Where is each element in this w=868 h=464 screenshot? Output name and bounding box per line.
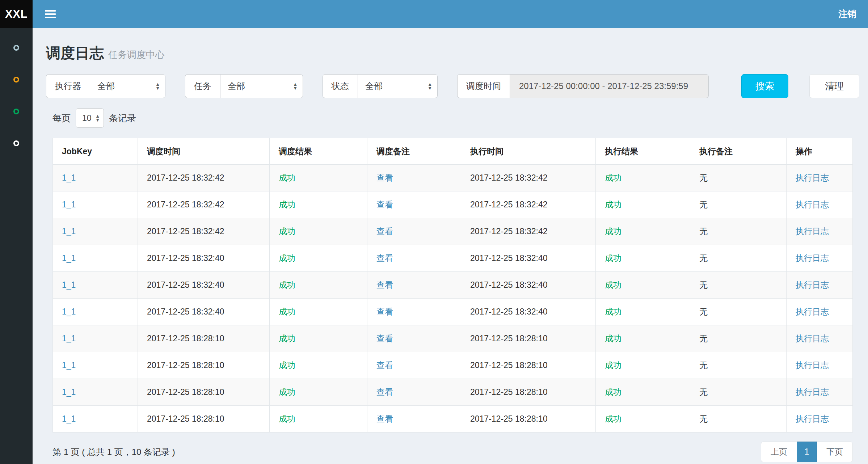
trigger-remark-link[interactable]: 查看 (376, 173, 393, 182)
trigger-remark-link[interactable]: 查看 (376, 387, 393, 397)
exec-time-cell: 2017-12-25 18:32:42 (461, 165, 596, 191)
sidebar-item-3[interactable] (0, 96, 33, 127)
exec-result-cell: 成功 (596, 379, 690, 406)
exec-log-link[interactable]: 执行日志 (796, 200, 829, 209)
exec-log-link[interactable]: 执行日志 (796, 253, 829, 263)
trigger-result-cell: 成功 (270, 352, 367, 379)
trigger-time-cell: 2017-12-25 18:28:10 (138, 325, 270, 352)
sidebar-menu (0, 28, 33, 464)
exec-log-link[interactable]: 执行日志 (796, 360, 829, 370)
pagination-prev-button[interactable]: 上页 (761, 442, 797, 462)
trigger-result-text: 成功 (279, 414, 295, 423)
exec-remark-cell: 无 (690, 299, 787, 325)
trigger-result-text: 成功 (279, 360, 295, 370)
trigger-remark-link[interactable]: 查看 (376, 307, 393, 316)
trigger-result-text: 成功 (279, 253, 295, 263)
trigger-remark-link[interactable]: 查看 (376, 334, 393, 343)
trigger-time-cell: 2017-12-25 18:32:40 (138, 272, 270, 299)
exec-log-link[interactable]: 执行日志 (796, 387, 829, 397)
table-row: 1_1 2017-12-25 18:28:10 成功 查看 2017-12-25… (53, 325, 853, 352)
exec-log-link[interactable]: 执行日志 (796, 307, 829, 316)
status-select[interactable]: 全部 (358, 74, 438, 98)
jobkey-cell: 1_1 (53, 191, 138, 218)
trigger-remark-link[interactable]: 查看 (376, 360, 393, 370)
page-title: 调度日志 (46, 43, 104, 63)
jobkey-link[interactable]: 1_1 (62, 253, 76, 263)
executor-select[interactable]: 全部 (90, 74, 165, 98)
exec-log-link[interactable]: 执行日志 (796, 227, 829, 236)
exec-time-cell: 2017-12-25 18:28:10 (461, 325, 596, 352)
exec-time-cell: 2017-12-25 18:32:40 (461, 299, 596, 325)
trigger-remark-cell: 查看 (367, 191, 461, 218)
trigger-result-cell: 成功 (270, 245, 367, 272)
log-table: JobKey 调度时间 调度结果 调度备注 执行时间 执行结果 执行备注 操作 … (52, 138, 853, 433)
table-header-row: JobKey 调度时间 调度结果 调度备注 执行时间 执行结果 执行备注 操作 (53, 138, 853, 165)
exec-log-link[interactable]: 执行日志 (796, 173, 829, 182)
exec-log-link[interactable]: 执行日志 (796, 414, 829, 423)
trigger-result-cell: 成功 (270, 325, 367, 352)
jobkey-link[interactable]: 1_1 (62, 200, 76, 209)
app-logo[interactable]: XXL (0, 0, 33, 28)
trigger-time-range-input[interactable]: 2017-12-25 00:00:00 - 2017-12-25 23:59:5… (510, 74, 709, 98)
navbar-main: 注销 (33, 0, 868, 28)
jobkey-cell: 1_1 (53, 406, 138, 433)
jobkey-link[interactable]: 1_1 (62, 387, 76, 397)
exec-result-cell: 成功 (596, 218, 690, 245)
exec-log-link[interactable]: 执行日志 (796, 280, 829, 290)
trigger-remark-link[interactable]: 查看 (376, 227, 393, 236)
jobkey-link[interactable]: 1_1 (62, 280, 76, 290)
search-button[interactable]: 搜索 (741, 74, 788, 98)
sidebar-item-2[interactable] (0, 64, 33, 96)
jobkey-link[interactable]: 1_1 (62, 227, 76, 236)
trigger-remark-link[interactable]: 查看 (376, 200, 393, 209)
sidebar-item-1[interactable] (0, 32, 33, 64)
sidebar-item-4[interactable] (0, 127, 33, 159)
top-navbar: XXL 注销 (0, 0, 868, 28)
trigger-result-text: 成功 (279, 173, 295, 182)
trigger-remark-link[interactable]: 查看 (376, 280, 393, 290)
exec-time-cell: 2017-12-25 18:32:40 (461, 245, 596, 272)
jobkey-link[interactable]: 1_1 (62, 414, 76, 423)
trigger-remark-link[interactable]: 查看 (376, 253, 393, 263)
exec-result-text: 成功 (605, 307, 621, 316)
jobkey-link[interactable]: 1_1 (62, 173, 76, 182)
page-size-suffix: 条记录 (109, 112, 136, 124)
page-size-select[interactable]: 10 (76, 108, 104, 128)
jobkey-link[interactable]: 1_1 (62, 307, 76, 316)
table-row: 1_1 2017-12-25 18:32:40 成功 查看 2017-12-25… (53, 245, 853, 272)
exec-log-link[interactable]: 执行日志 (796, 334, 829, 343)
exec-remark-cell: 无 (690, 218, 787, 245)
header-exec-time: 执行时间 (461, 138, 596, 165)
exec-result-text: 成功 (605, 414, 621, 423)
trigger-remark-cell: 查看 (367, 299, 461, 325)
table-footer: 第 1 页 ( 总共 1 页，10 条记录 ) 上页 1 下页 (52, 442, 853, 462)
trigger-time-cell: 2017-12-25 18:32:42 (138, 218, 270, 245)
exec-result-cell: 成功 (596, 406, 690, 433)
action-cell: 执行日志 (787, 352, 853, 379)
clear-button[interactable]: 清理 (809, 74, 859, 98)
pagination-page-1[interactable]: 1 (797, 442, 817, 462)
jobkey-link[interactable]: 1_1 (62, 334, 76, 343)
logout-link[interactable]: 注销 (838, 8, 856, 20)
exec-result-text: 成功 (605, 360, 621, 370)
page-header: 调度日志 任务调度中心 (46, 43, 859, 61)
table-row: 1_1 2017-12-25 18:32:40 成功 查看 2017-12-25… (53, 272, 853, 299)
jobkey-cell: 1_1 (53, 299, 138, 325)
sidebar-toggle-button[interactable] (45, 10, 56, 18)
exec-result-cell: 成功 (596, 352, 690, 379)
select-arrows-icon (155, 82, 160, 90)
time-filter-label: 调度时间 (457, 74, 510, 98)
action-cell: 执行日志 (787, 218, 853, 245)
jobkey-cell: 1_1 (53, 165, 138, 191)
trigger-time-cell: 2017-12-25 18:32:42 (138, 191, 270, 218)
trigger-time-cell: 2017-12-25 18:32:40 (138, 299, 270, 325)
jobkey-link[interactable]: 1_1 (62, 360, 76, 370)
job-filter-group: 任务 全部 (185, 74, 303, 98)
trigger-time-cell: 2017-12-25 18:28:10 (138, 406, 270, 433)
action-cell: 执行日志 (787, 272, 853, 299)
executor-filter-group: 执行器 全部 (46, 74, 165, 98)
pagination-next-button[interactable]: 下页 (817, 442, 853, 462)
trigger-remark-link[interactable]: 查看 (376, 414, 393, 423)
header-jobkey: JobKey (53, 138, 138, 165)
job-select[interactable]: 全部 (220, 74, 303, 98)
